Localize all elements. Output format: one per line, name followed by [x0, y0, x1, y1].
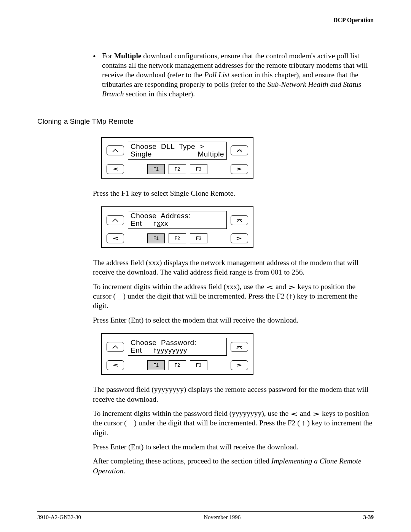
lcd-panel-2: Choose Address: Ent ↑xxx F1 F2 F3	[101, 206, 374, 248]
f-keys: F1 F2 F3	[127, 164, 228, 174]
paragraph: Press Enter (Ent) to select the modem th…	[93, 442, 374, 452]
triangle-right-icon	[288, 285, 296, 289]
triangle-left-icon	[112, 236, 119, 240]
left-key[interactable]	[107, 233, 124, 243]
bullet-item: • For Multiple download configurations, …	[93, 51, 374, 99]
lcd-line-2: Ent ↑xxx	[131, 220, 224, 227]
lcd-display: Choose Password: Ent ↑yyyyyyyy	[128, 338, 227, 356]
text-italic: Poll List	[204, 71, 230, 79]
paragraph: The address field (xxx) displays the net…	[93, 258, 374, 277]
footer-left: 3910-A2-GN32-30	[37, 514, 81, 521]
left-key[interactable]	[107, 164, 124, 174]
text: After completing these actions, proceed …	[93, 457, 271, 465]
paragraph: To increment digits within the password …	[93, 409, 374, 438]
lcd-cursor-char: x	[157, 219, 161, 227]
text: To increment digits within the password …	[93, 409, 290, 417]
text: For	[102, 52, 114, 60]
bullet-marker: •	[93, 52, 102, 100]
text-bold: Multiple	[114, 52, 142, 60]
triangle-left-icon	[112, 363, 119, 367]
lcd-line-1: Choose DLL Type >	[131, 143, 224, 150]
triangle-right-icon	[236, 167, 243, 171]
panel-top-row: Choose Password: Ent ↑yyyyyyyy	[107, 338, 248, 356]
lcd-line-2: Single Multiple	[131, 150, 224, 158]
lcd-text: Ent ↑	[131, 219, 157, 227]
f2-key[interactable]: F2	[169, 164, 186, 174]
lcd-panel: Choose DLL Type > Single Multiple	[101, 137, 253, 179]
lcd-text: yyyyyyy	[161, 346, 187, 354]
footer-right: 3-39	[363, 514, 374, 521]
triangle-left-icon	[266, 285, 274, 289]
triangle-up-icon	[112, 149, 119, 152]
bullet-text: For Multiple download configurations, en…	[102, 51, 374, 99]
f3-key[interactable]: F3	[190, 164, 207, 174]
triangle-right-icon	[312, 412, 320, 416]
right-key[interactable]	[231, 233, 248, 243]
footer-rule	[37, 511, 374, 512]
lcd-line-2: Ent ↑yyyyyyyy	[131, 347, 224, 354]
footer-center: November 1996	[204, 514, 241, 521]
lcd-cursor-char: y	[157, 346, 161, 354]
triangle-left-icon	[290, 412, 298, 416]
lcd-line-1: Choose Address:	[131, 212, 224, 220]
triangle-left-icon	[112, 167, 119, 171]
triangle-right-icon	[236, 236, 243, 240]
f-keys: F1 F2 F3	[127, 233, 228, 243]
lcd-text: Ent ↑	[131, 346, 157, 354]
f3-key[interactable]: F3	[190, 233, 207, 243]
lcd-line-1: Choose Password:	[131, 339, 224, 347]
lcd-panel: Choose Address: Ent ↑xxx F1 F2 F3	[101, 206, 253, 248]
content: Choose DLL Type > Single Multiple	[93, 137, 374, 476]
paragraph: Press Enter (Ent) to select the modem th…	[93, 315, 374, 325]
home-key[interactable]	[231, 145, 248, 155]
right-key[interactable]	[231, 164, 248, 174]
paragraph: Press the F1 key to select Single Clone …	[93, 189, 374, 198]
up-key[interactable]	[107, 342, 124, 352]
text: and	[300, 409, 312, 417]
f2-key[interactable]: F2	[169, 360, 186, 370]
bullet-block: • For Multiple download configurations, …	[93, 51, 374, 99]
text: .	[123, 467, 125, 475]
lcd-display: Choose Address: Ent ↑xxx	[128, 211, 227, 229]
lcd-display: Choose DLL Type > Single Multiple	[128, 142, 227, 160]
f1-key[interactable]: F1	[147, 164, 165, 174]
footer-row: 3910-A2-GN32-30 November 1996 3-39	[37, 514, 374, 521]
lcd-panel: Choose Password: Ent ↑yyyyyyyy F1 F2	[101, 333, 253, 375]
page: DCP Operation • For Multiple download co…	[0, 0, 411, 532]
home-key[interactable]	[231, 342, 248, 352]
page-footer: 3910-A2-GN32-30 November 1996 3-39	[37, 511, 374, 521]
f2-key[interactable]: F2	[169, 233, 186, 243]
home-up-icon	[236, 345, 243, 349]
f3-key[interactable]: F3	[190, 360, 207, 370]
section-heading: Cloning a Single TMp Remote	[37, 117, 374, 126]
f1-key[interactable]: F1	[147, 233, 165, 243]
panel-top-row: Choose Address: Ent ↑xxx	[107, 211, 248, 229]
lcd-text-right: Multiple	[198, 150, 224, 158]
lcd-panel-3: Choose Password: Ent ↑yyyyyyyy F1 F2	[101, 333, 374, 375]
paragraph: After completing these actions, proceed …	[93, 456, 374, 476]
lcd-panel-1: Choose DLL Type > Single Multiple	[101, 137, 374, 179]
text: and	[276, 283, 288, 291]
f1-key[interactable]: F1	[147, 360, 165, 370]
text: section in this chapter).	[124, 90, 195, 98]
text: To increment digits within the address f…	[93, 283, 266, 291]
home-up-icon	[236, 148, 243, 153]
left-key[interactable]	[107, 360, 124, 370]
triangle-up-icon	[112, 345, 119, 349]
up-key[interactable]	[107, 215, 124, 225]
page-header-title: DCP Operation	[37, 17, 374, 24]
panel-bottom-row: F1 F2 F3	[107, 233, 248, 243]
panel-bottom-row: F1 F2 F3	[107, 164, 248, 174]
header-rule	[37, 26, 374, 26]
right-key[interactable]	[231, 360, 248, 370]
f-keys: F1 F2 F3	[127, 360, 228, 370]
lcd-text: xx	[161, 219, 168, 227]
home-up-icon	[236, 218, 243, 222]
up-key[interactable]	[107, 145, 124, 155]
panel-bottom-row: F1 F2 F3	[107, 360, 248, 370]
paragraph: To increment digits within the address f…	[93, 282, 374, 311]
triangle-right-icon	[236, 363, 243, 367]
home-key[interactable]	[231, 215, 248, 225]
triangle-up-icon	[112, 218, 119, 222]
panel-top-row: Choose DLL Type > Single Multiple	[107, 142, 248, 160]
